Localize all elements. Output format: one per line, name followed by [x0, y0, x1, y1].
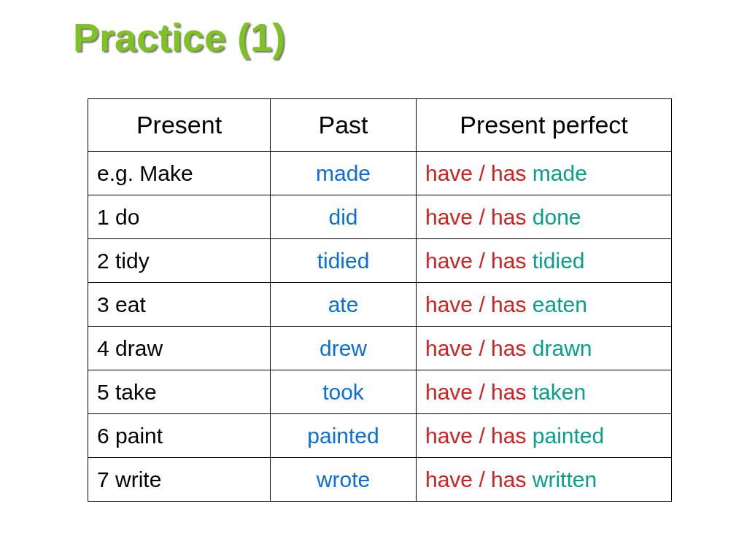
table-row: 4 draw drew have / has drawn: [88, 327, 672, 370]
past-cell: did: [271, 195, 417, 239]
header-perfect: Present perfect: [417, 99, 672, 152]
participle-text: tidied: [533, 249, 585, 273]
header-present: Present: [88, 99, 271, 152]
past-cell: wrote: [271, 458, 417, 502]
participle-text: eaten: [533, 292, 587, 316]
aux-text: have / has: [425, 161, 526, 185]
participle-text: drawn: [533, 336, 592, 360]
aux-text: have / has: [425, 292, 526, 316]
perfect-cell: have / has drawn: [417, 327, 672, 370]
table-row: 6 paint painted have / has painted: [88, 414, 672, 458]
present-cell: 2 tidy: [88, 239, 271, 283]
present-cell: 7 write: [88, 458, 271, 502]
aux-text: have / has: [425, 467, 526, 491]
perfect-cell: have / has taken: [417, 370, 672, 414]
perfect-cell: have / has painted: [417, 414, 672, 458]
participle-text: taken: [533, 380, 586, 404]
participle-text: painted: [533, 424, 604, 448]
verb-table: Present Past Present perfect e.g. Make m…: [88, 98, 672, 502]
perfect-cell: have / has done: [417, 195, 672, 239]
past-cell: made: [271, 152, 417, 195]
participle-text: done: [533, 205, 581, 229]
table-row: 3 eat ate have / has eaten: [88, 283, 672, 327]
present-cell: 6 paint: [88, 414, 271, 458]
aux-text: have / has: [425, 336, 526, 360]
page-title: Practice (1): [73, 15, 285, 60]
table-row: 2 tidy tidied have / has tidied: [88, 239, 672, 283]
past-cell: ate: [271, 283, 417, 327]
past-cell: drew: [271, 327, 417, 370]
table-row: 5 take took have / has taken: [88, 370, 672, 414]
aux-text: have / has: [425, 380, 526, 404]
header-past: Past: [271, 99, 417, 152]
perfect-cell: have / has made: [417, 152, 672, 195]
aux-text: have / has: [425, 205, 526, 229]
perfect-cell: have / has written: [417, 458, 672, 502]
perfect-cell: have / has eaten: [417, 283, 672, 327]
past-cell: took: [271, 370, 417, 414]
aux-text: have / has: [425, 424, 526, 448]
present-cell: 1 do: [88, 195, 271, 239]
present-cell: e.g. Make: [88, 152, 271, 195]
present-cell: 3 eat: [88, 283, 271, 327]
past-cell: tidied: [271, 239, 417, 283]
table-row: 7 write wrote have / has written: [88, 458, 672, 502]
present-cell: 4 draw: [88, 327, 271, 370]
table-row: 1 do did have / has done: [88, 195, 672, 239]
participle-text: made: [533, 161, 587, 185]
past-cell: painted: [271, 414, 417, 458]
aux-text: have / has: [425, 249, 526, 273]
table-row: e.g. Make made have / has made: [88, 152, 672, 195]
table-header-row: Present Past Present perfect: [88, 99, 672, 152]
participle-text: written: [533, 467, 597, 491]
perfect-cell: have / has tidied: [417, 239, 672, 283]
present-cell: 5 take: [88, 370, 271, 414]
